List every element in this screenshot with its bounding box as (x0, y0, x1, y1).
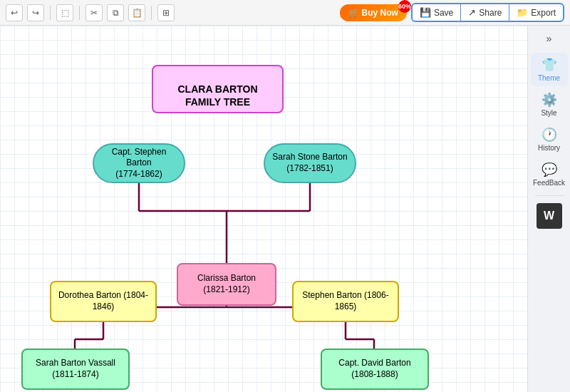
copy-button[interactable]: ⧉ (107, 4, 124, 21)
share-icon: ↗ (468, 7, 476, 18)
node-stephen-barton-2[interactable]: Stephen Barton (1806-1865) (292, 281, 399, 322)
redo-button[interactable]: ↪ (27, 4, 44, 21)
sidebar-feedback-label: FeedBack (533, 179, 565, 187)
node-clarissa-barton[interactable]: Clarissa Barton (1821-1912) (177, 263, 276, 306)
export-icon: 📁 (517, 7, 528, 18)
node-stephen-barton[interactable]: Capt. Stephen Barton(1774-1862) (93, 143, 185, 183)
history-icon: 🕐 (542, 127, 557, 143)
sidebar-divider (535, 195, 564, 196)
buy-now-button[interactable]: 🛒 Buy Now 60% (340, 4, 407, 21)
tree-title-node[interactable]: CLARA BARTON FAMILY TREE (152, 65, 284, 113)
sidebar-item-history[interactable]: 🕐 History (531, 123, 568, 156)
main-area: CLARA BARTON FAMILY TREE Capt. Stephen B… (0, 26, 570, 392)
table-button[interactable]: ⊞ (157, 4, 175, 21)
node-sarah-stone-barton[interactable]: Sarah Stone Barton(1782-1851) (264, 143, 356, 183)
undo-button[interactable]: ↩ (6, 4, 23, 21)
sidebar-history-label: History (538, 144, 560, 152)
separator-1 (50, 6, 51, 20)
separator-3 (151, 6, 152, 20)
save-button[interactable]: 💾 Save (413, 4, 461, 21)
separator-2 (79, 6, 80, 20)
sidebar-item-theme[interactable]: 👕 Theme (531, 53, 568, 86)
export-label: Export (531, 8, 556, 18)
select-button[interactable]: ⬚ (56, 4, 73, 21)
paste-button[interactable]: 📋 (128, 4, 145, 21)
sidebar-style-label: Style (541, 109, 556, 117)
sidebar-item-style[interactable]: ⚙️ Style (531, 88, 568, 121)
action-button-group: 💾 Save ↗ Share 📁 Export (411, 3, 564, 22)
share-button[interactable]: ↗ Share (461, 4, 509, 21)
sidebar-collapse-button[interactable]: » (535, 29, 564, 48)
node-capt-david-barton[interactable]: Capt. David Barton(1808-1888) (321, 349, 429, 390)
toolbar: ↩ ↪ ⬚ ✂ ⧉ 📋 ⊞ 🛒 Buy Now 60% 💾 Save ↗ Sha… (0, 0, 570, 26)
save-label: Save (434, 8, 453, 18)
buy-now-label: 🛒 Buy Now (348, 8, 398, 18)
right-sidebar: » 👕 Theme ⚙️ Style 🕐 History 💬 FeedBack … (527, 26, 570, 392)
export-button[interactable]: 📁 Export (509, 4, 563, 21)
buy-now-badge: 60% (398, 0, 411, 13)
toolbar-right: 🛒 Buy Now 60% 💾 Save ↗ Share 📁 Export (340, 3, 564, 22)
theme-icon: 👕 (542, 57, 557, 73)
canvas-area[interactable]: CLARA BARTON FAMILY TREE Capt. Stephen B… (0, 26, 527, 392)
node-sarah-barton-vassall[interactable]: Sarah Barton Vassall(1811-1874) (21, 349, 130, 390)
feedback-icon: 💬 (542, 162, 557, 177)
share-label: Share (479, 8, 502, 18)
node-dorothea-barton[interactable]: Dorothea Barton (1804-1846) (50, 281, 157, 322)
cut-button[interactable]: ✂ (86, 4, 103, 21)
style-icon: ⚙️ (542, 92, 557, 108)
sidebar-item-feedback[interactable]: 💬 FeedBack (531, 158, 568, 191)
save-icon: 💾 (420, 7, 431, 18)
sidebar-w-button[interactable]: W (537, 203, 562, 229)
sidebar-theme-label: Theme (538, 74, 560, 82)
